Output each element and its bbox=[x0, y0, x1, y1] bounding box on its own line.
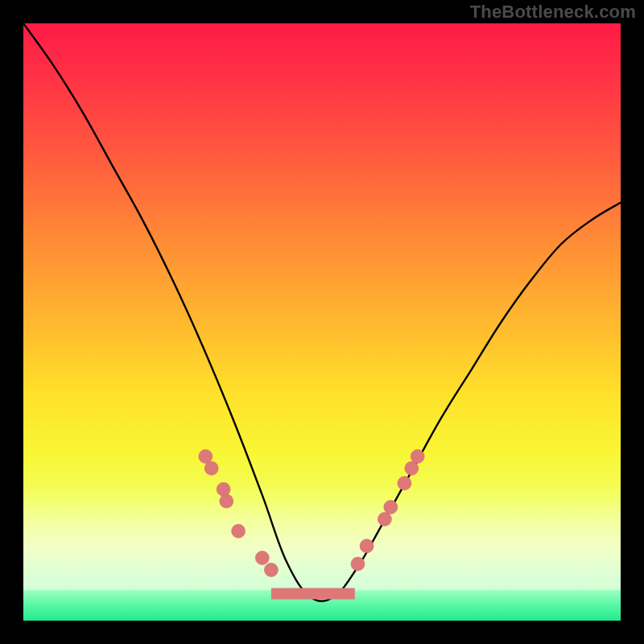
markers-left-cluster bbox=[199, 450, 279, 577]
marker-dot bbox=[199, 450, 213, 464]
marker-dot bbox=[378, 512, 391, 526]
chart-svg bbox=[23, 23, 621, 621]
marker-dot bbox=[204, 461, 218, 475]
chart-frame bbox=[23, 23, 621, 621]
marker-dot bbox=[217, 482, 230, 496]
marker-dot bbox=[255, 551, 269, 565]
marker-dot bbox=[351, 557, 365, 571]
marker-dot bbox=[384, 501, 398, 514]
marker-dot bbox=[411, 450, 424, 464]
marker-dot bbox=[398, 477, 411, 490]
marker-dot bbox=[360, 539, 374, 553]
marker-dot bbox=[232, 524, 246, 538]
marker-dot bbox=[264, 563, 278, 576]
bottleneck-curve bbox=[23, 23, 621, 601]
markers-right-cluster bbox=[351, 450, 424, 572]
attribution-text: TheBottleneck.com bbox=[470, 2, 636, 23]
marker-dot bbox=[220, 494, 233, 508]
marker-dot bbox=[405, 461, 419, 475]
